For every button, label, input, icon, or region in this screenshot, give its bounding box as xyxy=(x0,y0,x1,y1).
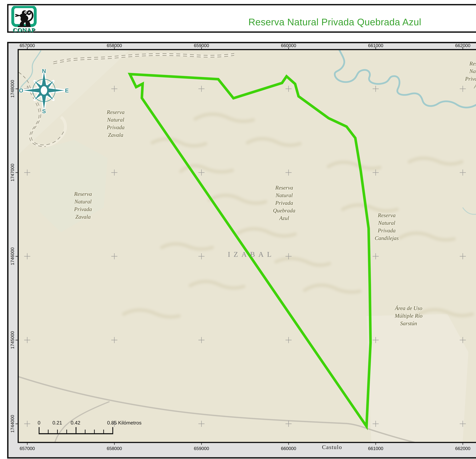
map-region-label: Castulo xyxy=(322,436,342,451)
map-region-label: Reserva Natural Privada Quebrada Azul xyxy=(273,176,295,222)
axis-tick-mark xyxy=(27,443,27,445)
axis-tick-label: 1745000 xyxy=(10,331,15,349)
map-region-label-text: Res Nat Priva A xyxy=(465,60,476,90)
axis-tick-mark xyxy=(16,424,18,424)
axis-tick-mark xyxy=(201,443,202,445)
compass-west-label: O xyxy=(19,87,23,94)
axis-tick-mark xyxy=(114,47,115,49)
axis-tick-mark xyxy=(16,340,18,340)
map-region-label-text: IZABAL xyxy=(228,250,275,258)
axis-tick-label: 659000 xyxy=(194,446,209,451)
map-document-page: Reserva Natural Privada Quebrada Azul CO… xyxy=(0,0,476,459)
map-region-label-text: Reserva Natural Privada Quebrada Azul xyxy=(273,184,295,221)
axis-tick-label: 660000 xyxy=(281,446,296,451)
axis-tick-mark xyxy=(463,47,463,49)
axis-tick-label: 1744000 xyxy=(10,415,15,433)
axis-tick-label: 658000 xyxy=(107,446,122,451)
axis-tick-label: 1747000 xyxy=(10,164,15,182)
map-region-label: Reserva Natural Privada Zavala xyxy=(74,183,92,221)
compass-north-label: N xyxy=(42,68,46,74)
axis-tick-label: 1748000 xyxy=(10,80,15,98)
axis-tick-mark xyxy=(463,443,463,445)
scalebar-label: 0.42 xyxy=(71,420,80,426)
map-region-label: Reserva Natural Privada Zavala xyxy=(107,101,125,139)
axis-tick-mark xyxy=(27,47,27,49)
map-region-label-text: Área de Uso Múltiple Río Sarstún xyxy=(395,305,423,326)
map-region-label-text: Castulo xyxy=(322,444,342,450)
axis-tick-mark xyxy=(16,256,18,257)
axis-tick-mark xyxy=(114,443,115,445)
axis-tick-label: 662000 xyxy=(455,446,470,451)
axis-tick-mark xyxy=(201,47,202,49)
compass-east-label: E xyxy=(65,87,69,94)
axis-tick-mark xyxy=(288,443,289,445)
map-canvas xyxy=(0,0,476,459)
map-region-label-text: Reserva Natural Privada Candilejas xyxy=(375,212,399,241)
axis-tick-label: 657000 xyxy=(20,446,35,451)
scalebar-label: 0.21 xyxy=(52,420,62,426)
axis-tick-mark xyxy=(16,89,18,89)
map-region-label-text: Reserva Natural Privada Zavala xyxy=(74,191,92,220)
axis-tick-label: 1746000 xyxy=(10,247,15,265)
scalebar-label: 0.85 Kilómetros xyxy=(107,420,142,426)
map-region-label: Res Nat Priva A xyxy=(465,52,476,90)
axis-tick-mark xyxy=(16,172,18,173)
axis-tick-mark xyxy=(375,47,376,49)
map-region-label-text: Reserva Natural Privada Zavala xyxy=(107,109,125,138)
axis-tick-mark xyxy=(375,443,376,445)
sarstun-area-patch xyxy=(366,314,468,442)
axis-tick-mark xyxy=(288,47,289,49)
map-region-label: Área de Uso Múltiple Río Sarstún xyxy=(395,297,423,327)
map-region-label: Reserva Natural Privada Candilejas xyxy=(375,204,399,242)
compass-south-label: S xyxy=(42,108,46,114)
map-region-label: IZABAL xyxy=(228,243,275,258)
scalebar-label: 0 xyxy=(38,420,41,426)
axis-tick-label: 661000 xyxy=(368,446,383,451)
